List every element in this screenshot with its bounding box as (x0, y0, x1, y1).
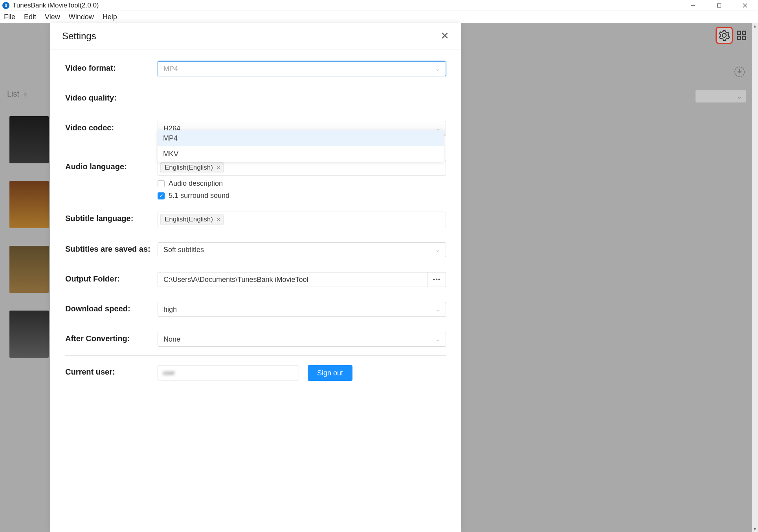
menubar: File Edit View Window Help (0, 11, 758, 23)
output-folder-input[interactable]: C:\Users\A\Documents\TunesBank iMovieToo… (158, 272, 428, 287)
settings-gear-button[interactable] (716, 27, 733, 44)
surround-label: 5.1 surround sound (169, 192, 229, 200)
chevron-down-icon: ⌄ (435, 66, 440, 72)
label-audio-language: Audio language: (65, 160, 158, 171)
settings-title: Settings (62, 31, 96, 42)
menu-help[interactable]: Help (103, 13, 117, 21)
ellipsis-icon: ••• (433, 276, 441, 283)
close-button[interactable] (732, 0, 758, 11)
remove-tag-icon[interactable]: ✕ (216, 216, 221, 223)
subtitle-language-tag: English(English) ✕ (160, 214, 224, 225)
after-converting-value: None (163, 335, 180, 344)
minimize-button[interactable] (680, 0, 706, 11)
label-subtitles-saved-as: Subtitles are saved as: (65, 242, 158, 254)
after-converting-select[interactable]: None ⌄ (158, 332, 446, 347)
video-thumbnail[interactable] (9, 311, 49, 358)
window-title: TunesBank iMovieTool(2.0.0) (13, 2, 99, 9)
maximize-icon (717, 3, 721, 8)
vertical-scrollbar[interactable]: ▲ ▼ (752, 23, 758, 532)
label-video-format: Video format: (65, 61, 158, 73)
list-sort-label[interactable]: List ▲▼ (7, 90, 28, 99)
menu-view[interactable]: View (45, 13, 60, 21)
svg-rect-7 (742, 36, 745, 39)
label-output-folder: Output Folder: (65, 272, 158, 283)
output-folder-value: C:\Users\A\Documents\TunesBank iMovieToo… (163, 276, 308, 284)
close-icon (743, 3, 747, 8)
svg-rect-6 (738, 36, 741, 39)
label-download-speed: Download speed: (65, 302, 158, 313)
window-controls (680, 0, 758, 11)
maximize-button[interactable] (706, 0, 732, 11)
grid-view-button[interactable] (734, 28, 749, 42)
video-thumbnail[interactable] (9, 246, 49, 293)
minimize-icon (691, 3, 696, 8)
video-thumbnail[interactable] (9, 181, 49, 228)
video-format-option-mkv[interactable]: MKV (158, 146, 444, 162)
menu-window[interactable]: Window (69, 13, 94, 21)
sign-out-button[interactable]: Sign out (308, 365, 352, 381)
filter-dropdown[interactable]: ⌄ (695, 90, 746, 103)
titlebar: b TunesBank iMovieTool(2.0.0) (0, 0, 758, 11)
label-video-codec: Video codec: (65, 121, 158, 132)
video-thumbnails (9, 116, 49, 358)
chevron-down-icon: ⌄ (737, 93, 742, 100)
download-speed-value: high (163, 305, 177, 314)
download-icon (734, 66, 745, 78)
audio-language-input[interactable]: English(English) ✕ (158, 160, 446, 176)
label-subtitle-language: Subtitle language: (65, 212, 158, 223)
audio-language-tag: English(English) ✕ (160, 162, 224, 173)
svg-rect-4 (738, 31, 741, 35)
chevron-down-icon: ⌄ (435, 247, 440, 253)
audio-description-label: Audio description (169, 179, 223, 188)
video-format-select[interactable]: MP4 ⌄ (158, 61, 446, 76)
menu-edit[interactable]: Edit (24, 13, 36, 21)
subtitles-saved-as-select[interactable]: Soft subtitles ⌄ (158, 242, 446, 257)
settings-close-button[interactable]: ✕ (440, 30, 449, 42)
grid-icon (736, 30, 747, 41)
scroll-up-icon[interactable]: ▲ (752, 23, 758, 29)
svg-rect-1 (718, 4, 721, 7)
settings-header: Settings ✕ (50, 23, 461, 49)
svg-rect-5 (742, 31, 745, 35)
settings-modal: Settings ✕ Video format: MP4 ⌄ Video qua… (50, 23, 461, 532)
browse-folder-button[interactable]: ••• (428, 272, 446, 287)
current-user-display: user (158, 366, 299, 380)
download-all-button[interactable] (733, 65, 746, 79)
app-icon: b (2, 2, 9, 9)
sort-icon: ▲▼ (22, 91, 28, 97)
scroll-down-icon[interactable]: ▼ (752, 526, 758, 532)
label-video-quality: Video quality: (65, 91, 158, 102)
surround-checkbox[interactable]: ✓ (158, 192, 165, 199)
menu-file[interactable]: File (4, 13, 15, 21)
chevron-down-icon: ⌄ (435, 336, 440, 342)
label-after-converting: After Converting: (65, 332, 158, 343)
subtitles-saved-as-value: Soft subtitles (163, 246, 204, 254)
video-thumbnail[interactable] (9, 116, 49, 163)
video-format-option-mp4[interactable]: MP4 (158, 130, 444, 146)
audio-description-checkbox[interactable] (158, 180, 165, 187)
chevron-down-icon: ⌄ (435, 306, 440, 313)
gear-icon (718, 29, 730, 41)
video-format-value: MP4 (163, 65, 178, 73)
video-format-dropdown: MP4 MKV (158, 130, 444, 162)
subtitle-language-input[interactable]: English(English) ✕ (158, 212, 446, 227)
label-current-user: Current user: (65, 365, 158, 377)
divider (65, 355, 446, 356)
remove-tag-icon[interactable]: ✕ (216, 165, 221, 171)
download-speed-select[interactable]: high ⌄ (158, 302, 446, 317)
